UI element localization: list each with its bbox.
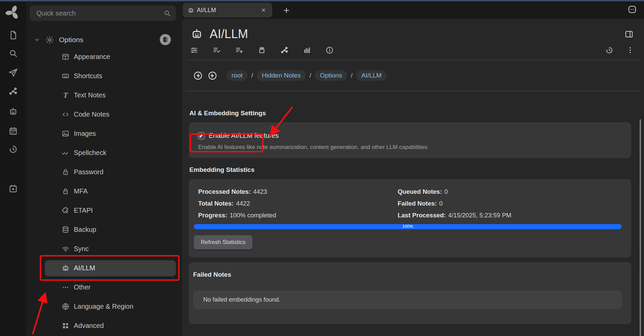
sidebar-item-label: Sync bbox=[74, 245, 89, 253]
jump-to-icon[interactable] bbox=[8, 67, 18, 78]
note-paths-icon[interactable] bbox=[257, 46, 266, 55]
stat-total-notes: Total Notes:4422 bbox=[198, 197, 398, 209]
dots-icon bbox=[61, 283, 70, 292]
robot-icon bbox=[187, 7, 194, 14]
note-title-row: AI/LLM bbox=[182, 19, 644, 41]
nav-back-icon[interactable] bbox=[193, 70, 203, 81]
recent-changes-icon[interactable] bbox=[8, 144, 18, 154]
stats-grid: Processed Notes:4423Total Notes:4422Prog… bbox=[194, 186, 622, 221]
embedding-progress-fill: 100% bbox=[194, 224, 622, 229]
sidebar-item-other[interactable]: Other bbox=[26, 278, 182, 297]
chat-bubble-icon[interactable] bbox=[627, 4, 637, 14]
sidebar-item-etapi[interactable]: ETAPI bbox=[26, 201, 182, 220]
sidebar-item-ai-llm[interactable]: AI/LLM bbox=[26, 258, 182, 278]
note-tree-sidebar: Options AppearanceShortcutsTText NotesCo… bbox=[26, 1, 182, 336]
launcher-bar bbox=[0, 1, 26, 336]
sidebar-item-spellcheck[interactable]: Spellcheck bbox=[26, 143, 182, 162]
gear-icon bbox=[45, 35, 54, 44]
sidebar-item-label: Spellcheck bbox=[74, 149, 106, 157]
wifi-icon bbox=[61, 245, 70, 253]
ai-settings-card: ✔ Enable AI/LLM features Enable AI featu… bbox=[189, 122, 631, 158]
note-revisions-icon[interactable] bbox=[605, 46, 614, 55]
breadcrumb-item-root[interactable]: root bbox=[226, 70, 248, 81]
puzzle-icon bbox=[61, 206, 70, 215]
note-toolbar bbox=[182, 46, 644, 60]
text-icon: T bbox=[61, 91, 70, 99]
refresh-statistics-button[interactable]: Refresh Statistics bbox=[194, 235, 252, 249]
sidebar-item-code-notes[interactable]: Code Notes bbox=[26, 105, 182, 124]
globe-icon bbox=[61, 302, 70, 311]
sidebar-item-language-region[interactable]: Language & Region bbox=[26, 297, 182, 316]
sidebar-item-label: Language & Region bbox=[74, 303, 133, 310]
sidebar-item-label: Appearance bbox=[74, 53, 110, 61]
scrollbar-thumb[interactable] bbox=[640, 119, 641, 336]
kebab-menu-icon[interactable] bbox=[626, 46, 635, 55]
sidebar-item-label: Password bbox=[74, 168, 103, 176]
sidebar-item-images[interactable]: Images bbox=[26, 124, 182, 143]
sidebar-item-label: AI/LLM bbox=[74, 264, 95, 272]
squares-icon bbox=[61, 322, 70, 330]
code-icon bbox=[61, 110, 70, 119]
enable-ai-checkbox[interactable]: ✔ bbox=[197, 132, 205, 140]
embedding-stats-card: Processed Notes:4423Total Notes:4422Prog… bbox=[189, 179, 631, 257]
sidebar-item-label: Text Notes bbox=[74, 91, 105, 99]
breadcrumb-item-hidden-notes[interactable]: Hidden Notes bbox=[257, 70, 306, 81]
breadcrumb-item-ai-llm[interactable]: AI/LLM bbox=[356, 70, 387, 81]
quick-search-input[interactable] bbox=[36, 9, 163, 18]
ai-chat-icon[interactable] bbox=[8, 106, 18, 117]
note-info-icon[interactable] bbox=[303, 46, 311, 55]
lock-icon bbox=[61, 187, 70, 195]
sidebar-item-backup[interactable]: Backup bbox=[26, 220, 182, 239]
sidebar-item-shortcuts[interactable]: Shortcuts bbox=[26, 66, 182, 86]
nav-forward-icon[interactable] bbox=[207, 70, 218, 81]
new-tab-button[interactable] bbox=[279, 5, 290, 16]
enable-ai-row[interactable]: ✔ Enable AI/LLM features bbox=[197, 132, 622, 140]
breadcrumb-separator: / bbox=[251, 72, 253, 79]
tab-bar: AI/LLM bbox=[182, 1, 644, 19]
sidebar-item-password[interactable]: Password bbox=[26, 162, 182, 182]
stat-queued-notes: Queued Notes:0 bbox=[398, 186, 622, 197]
sidebar-item-text-notes[interactable]: TText Notes bbox=[26, 86, 182, 105]
appearance-icon bbox=[61, 53, 70, 61]
search-icon bbox=[163, 9, 171, 17]
search-icon[interactable] bbox=[8, 48, 18, 58]
door-open-icon[interactable] bbox=[160, 34, 171, 45]
breadcrumb-item-options[interactable]: Options bbox=[315, 70, 347, 81]
basic-properties-icon[interactable] bbox=[190, 46, 198, 55]
sidebar-item-label: Other bbox=[74, 283, 91, 291]
quick-search-box[interactable] bbox=[30, 5, 176, 21]
options-sections: AI & Embedding Settings ✔ Enable AI/LLM … bbox=[182, 110, 644, 324]
trilium-logo-icon bbox=[4, 4, 21, 21]
note-title: AI/LLM bbox=[210, 27, 248, 41]
sidebar-item-options[interactable]: Options bbox=[26, 32, 182, 47]
embedding-stats-heading: Embedding Statistics bbox=[189, 166, 631, 174]
ai-settings-heading: AI & Embedding Settings bbox=[189, 110, 631, 117]
info-circle-icon[interactable] bbox=[325, 46, 334, 55]
sidebar-item-label: Backup bbox=[74, 226, 96, 234]
stat-failed-notes: Failed Notes:0 bbox=[398, 197, 622, 209]
inherited-attributes-icon[interactable] bbox=[235, 46, 244, 55]
new-note-icon[interactable] bbox=[8, 30, 18, 40]
breadcrumb-separator: / bbox=[309, 72, 311, 79]
note-map-icon[interactable] bbox=[280, 46, 289, 55]
tab-ai-llm[interactable]: AI/LLM bbox=[183, 3, 272, 18]
chevron-down-icon[interactable] bbox=[34, 36, 40, 43]
failed-notes-heading: Failed Notes bbox=[193, 271, 622, 278]
sidebar-item-label: Shortcuts bbox=[74, 72, 102, 80]
database-icon bbox=[61, 225, 70, 234]
breadcrumb: root/Hidden Notes/Options/AI/LLM bbox=[182, 60, 644, 91]
enable-ai-description: Enable AI features like note summarizati… bbox=[197, 144, 622, 151]
calendar-icon[interactable] bbox=[8, 126, 18, 136]
spellcheck-icon bbox=[61, 149, 70, 157]
relation-map-icon[interactable] bbox=[8, 86, 18, 96]
sidebar-item-advanced[interactable]: Advanced bbox=[26, 316, 182, 335]
breadcrumb-divider bbox=[186, 91, 641, 91]
enable-ai-label[interactable]: Enable AI/LLM features bbox=[209, 132, 279, 140]
sidebar-item-appearance[interactable]: Appearance bbox=[26, 47, 182, 66]
close-icon[interactable] bbox=[261, 7, 266, 13]
sidebar-item-mfa[interactable]: MFA bbox=[26, 182, 182, 201]
right-panel-toggle-icon[interactable] bbox=[624, 29, 634, 39]
bookmarked-day-icon[interactable] bbox=[8, 184, 18, 194]
sidebar-item-sync[interactable]: Sync bbox=[26, 239, 182, 258]
owned-attributes-icon[interactable] bbox=[212, 46, 221, 55]
